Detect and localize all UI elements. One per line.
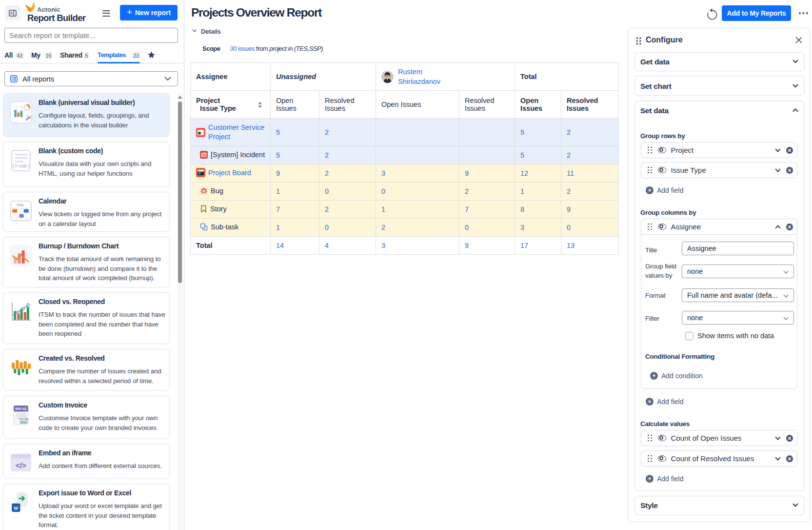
svg-text:$500: $500 xyxy=(20,421,27,425)
svg-text:{ // code }: { // code } xyxy=(13,164,30,168)
svg-text:TOTAL: TOTAL xyxy=(19,417,29,421)
svg-text:W: W xyxy=(14,506,19,511)
svg-text:May: May xyxy=(17,203,24,207)
svg-text:</>: </> xyxy=(16,461,26,469)
svg-text:INV-42: INV-42 xyxy=(15,407,26,411)
